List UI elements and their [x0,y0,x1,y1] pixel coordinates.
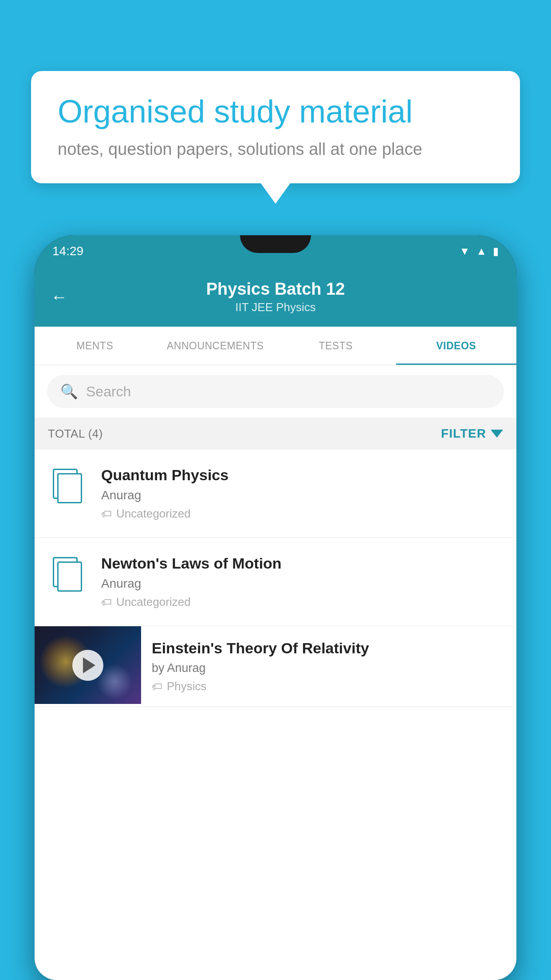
phone-content: MENTS ANNOUNCEMENTS TESTS VIDEOS 🔍 Searc… [35,327,516,980]
battery-icon: ▮ [493,245,499,257]
doc-icon-wrap [48,466,88,506]
search-box[interactable]: 🔍 Search [47,375,504,408]
batch-subtitle: IIT JEE Physics [78,300,473,314]
speech-bubble-subtext: notes, question papers, solutions all at… [58,140,493,159]
video-info: Newton's Laws of Motion Anurag 🏷 Uncateg… [101,555,503,609]
tag-label: Uncategorized [116,507,191,521]
filter-button[interactable]: FILTER [441,427,503,441]
wifi-icon: ▼ [459,245,470,257]
signal-icon: ▲ [476,245,487,257]
video-author: by Anurag [152,661,506,675]
video-title: Quantum Physics [101,466,503,484]
tab-ments[interactable]: MENTS [35,327,155,365]
search-input[interactable]: Search [86,383,131,400]
video-author: Anurag [101,577,503,591]
play-button[interactable] [72,650,103,681]
video-tag: 🏷 Uncategorized [101,507,503,521]
tag-label: Uncategorized [116,595,191,609]
list-item[interactable]: Quantum Physics Anurag 🏷 Uncategorized [35,450,516,538]
total-count: TOTAL (4) [48,427,103,441]
speech-bubble-card: Organised study material notes, question… [31,71,520,183]
tab-announcements[interactable]: ANNOUNCEMENTS [155,327,276,365]
video-thumbnail [35,626,141,704]
status-icons: ▼ ▲ ▮ [459,245,499,257]
phone-frame: 14:29 ▼ ▲ ▮ ← Physics Batch 12 IIT JEE P… [35,235,516,980]
play-icon [83,657,95,673]
document-icon [53,557,83,593]
list-item[interactable]: Einstein's Theory Of Relativity by Anura… [35,626,516,707]
back-button[interactable]: ← [51,288,67,307]
tabs-bar: MENTS ANNOUNCEMENTS TESTS VIDEOS [35,327,516,365]
tab-videos[interactable]: VIDEOS [396,327,517,365]
speech-bubble-heading: Organised study material [58,93,493,130]
search-container: 🔍 Search [35,365,516,418]
document-icon [53,469,83,504]
video-tag: 🏷 Physics [152,680,506,693]
video-title: Einstein's Theory Of Relativity [152,640,506,657]
tag-icon: 🏷 [101,508,112,520]
tag-icon: 🏷 [101,596,112,609]
video-title: Newton's Laws of Motion [101,555,503,572]
filter-bar: TOTAL (4) FILTER [35,418,516,450]
video-list: Quantum Physics Anurag 🏷 Uncategorized [35,450,516,980]
tag-icon: 🏷 [152,680,162,693]
video-author: Anurag [101,488,503,502]
tab-tests[interactable]: TESTS [276,327,396,365]
video-info: Quantum Physics Anurag 🏷 Uncategorized [101,466,503,521]
video-info: Einstein's Theory Of Relativity by Anura… [141,626,516,707]
list-item[interactable]: Newton's Laws of Motion Anurag 🏷 Uncateg… [35,538,516,626]
doc-icon-wrap [48,555,88,595]
header-title-area: Physics Batch 12 IIT JEE Physics [78,280,473,314]
filter-label: FILTER [441,427,486,441]
status-bar: 14:29 ▼ ▲ ▮ [35,235,516,267]
tag-label: Physics [167,680,207,693]
app-header: ← Physics Batch 12 IIT JEE Physics [35,267,516,327]
search-icon: 🔍 [60,383,78,400]
video-tag: 🏷 Uncategorized [101,595,503,609]
batch-title: Physics Batch 12 [78,280,473,299]
status-time: 14:29 [52,244,83,258]
funnel-icon [491,430,503,438]
